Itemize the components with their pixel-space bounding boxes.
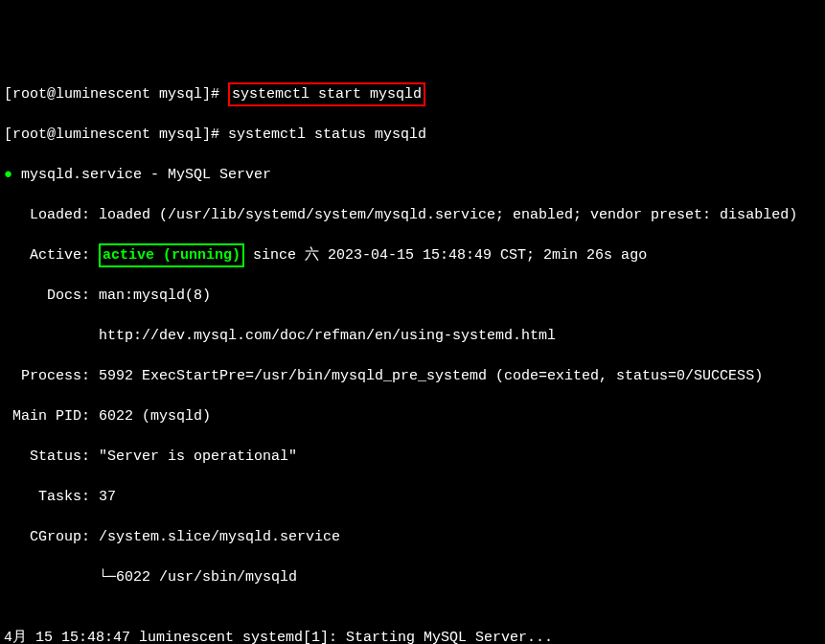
terminal-line: [root@luminescent mysql]# systemctl stat…	[4, 125, 821, 145]
active-label: Active:	[4, 247, 99, 264]
main-pid-line: Main PID: 6022 (mysqld)	[4, 406, 821, 426]
tasks-line: Tasks: 37	[4, 487, 821, 507]
cgroup-tree-line: └─6022 /usr/sbin/mysqld	[4, 567, 821, 587]
command-highlight-start: systemctl start mysqld	[228, 82, 425, 106]
service-header: mysqld.service - MySQL Server	[12, 167, 271, 183]
active-line: Active: active (running) since 六 2023-04…	[4, 245, 821, 265]
status-line: Status: "Server is operational"	[4, 447, 821, 467]
process-line: Process: 5992 ExecStartPre=/usr/bin/mysq…	[4, 366, 821, 386]
command-text: systemctl status mysqld	[228, 126, 426, 143]
log-line: 4月 15 15:48:47 luminescent systemd[1]: S…	[4, 628, 821, 644]
status-dot-active-icon: ●	[4, 167, 12, 183]
terminal-line: [root@luminescent mysql]# systemctl star…	[4, 84, 821, 104]
shell-prompt: [root@luminescent mysql]#	[4, 126, 228, 143]
terminal-line: ● mysqld.service - MySQL Server	[4, 165, 821, 185]
active-since: since 六 2023-04-15 15:48:49 CST; 2min 26…	[244, 247, 647, 264]
loaded-line: Loaded: loaded (/usr/lib/systemd/system/…	[4, 205, 821, 225]
shell-prompt: [root@luminescent mysql]#	[4, 86, 228, 103]
cgroup-line: CGroup: /system.slice/mysqld.service	[4, 527, 821, 547]
status-active-running: active (running)	[99, 243, 244, 267]
docs-line: Docs: man:mysqld(8)	[4, 286, 821, 306]
docs-url-line: http://dev.mysql.com/doc/refman/en/using…	[4, 326, 821, 346]
